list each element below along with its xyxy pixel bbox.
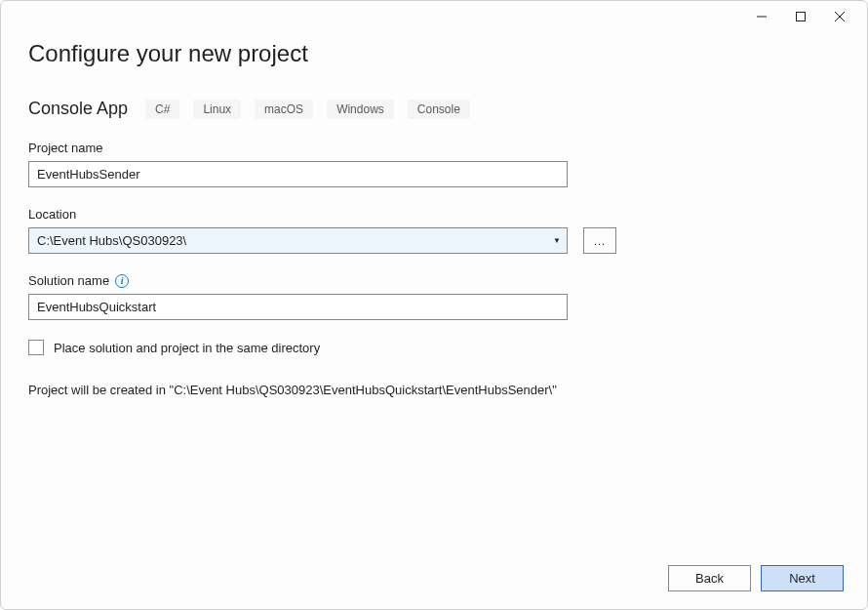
back-button[interactable]: Back	[668, 565, 751, 591]
template-tag: macOS	[255, 100, 313, 119]
titlebar	[1, 1, 867, 32]
location-combobox[interactable]: C:\Event Hubs\QS030923\ ▼	[28, 227, 568, 254]
info-icon[interactable]: i	[115, 274, 129, 288]
dialog-window: Configure your new project Console App C…	[0, 0, 868, 610]
location-value: C:\Event Hubs\QS030923\	[37, 233, 186, 248]
minimize-button[interactable]	[742, 3, 781, 30]
next-button[interactable]: Next	[761, 565, 844, 591]
project-name-field: Project name	[28, 141, 840, 187]
same-directory-row: Place solution and project in the same d…	[28, 340, 840, 355]
creation-path-summary: Project will be created in "C:\Event Hub…	[28, 383, 840, 397]
location-field: Location C:\Event Hubs\QS030923\ ▼ ...	[28, 207, 840, 254]
project-name-input[interactable]	[28, 161, 568, 187]
minimize-icon	[757, 12, 767, 21]
maximize-icon	[796, 12, 806, 21]
location-label: Location	[28, 207, 840, 222]
solution-name-field: Solution name i	[28, 273, 840, 320]
browse-button[interactable]: ...	[583, 227, 616, 254]
project-name-label: Project name	[28, 141, 840, 155]
same-directory-checkbox[interactable]	[28, 340, 44, 355]
template-header: Console App C# Linux macOS Windows Conso…	[28, 99, 840, 119]
template-tag: Windows	[327, 100, 394, 119]
solution-name-label-text: Solution name	[28, 273, 109, 288]
solution-name-label: Solution name i	[28, 273, 840, 288]
dialog-footer: Back Next	[668, 565, 844, 591]
template-name: Console App	[28, 99, 128, 119]
dialog-content: Configure your new project Console App C…	[1, 32, 867, 609]
template-tag: C#	[145, 100, 179, 119]
chevron-down-icon: ▼	[553, 236, 561, 245]
template-tag: Linux	[193, 100, 241, 119]
svg-rect-1	[797, 13, 806, 21]
close-button[interactable]	[820, 3, 859, 30]
solution-name-input[interactable]	[28, 294, 568, 320]
template-tag: Console	[408, 100, 470, 119]
maximize-button[interactable]	[781, 3, 820, 30]
close-icon	[835, 12, 845, 21]
page-title: Configure your new project	[28, 40, 840, 67]
same-directory-label: Place solution and project in the same d…	[54, 341, 320, 355]
